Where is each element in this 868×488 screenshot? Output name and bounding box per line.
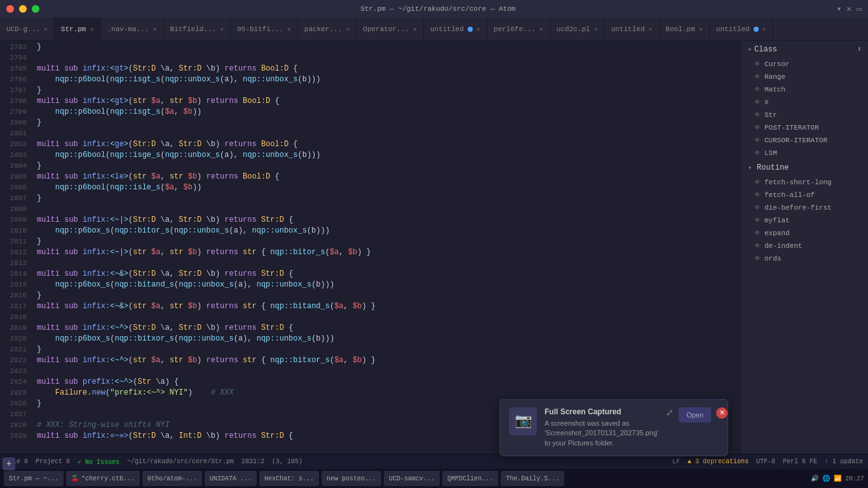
code-line: multi sub infix:<~^>(Str:D \a, Str:D \b)… (37, 323, 741, 334)
tab-ucd-g[interactable]: UCD-g... ✕ (0, 18, 55, 41)
code-line: multi sub infix:<~|>(Str:D \a, Str:D \b)… (37, 215, 741, 226)
taskbar-item-atom[interactable]: 0tho/atom-... (142, 471, 202, 486)
code-line: multi sub infix:<gt>(str $a, str $b) ret… (37, 96, 741, 107)
panel-item-label: fetch-short-long (764, 179, 832, 186)
panel-item-ords[interactable]: 👁 ords (742, 252, 868, 265)
title-bar: Str.pm — ~/git/rakudo/src/core — Atom ▾ … (0, 0, 868, 18)
updates-badge[interactable]: ↑ 1 update (825, 458, 863, 465)
chevron-down-icon[interactable]: ▾ (837, 4, 842, 14)
panel-item-lsm[interactable]: 👁 LSM (742, 147, 868, 159)
panel-item-cursor-iterator[interactable]: 👁 CURSOR-ITERATOR (742, 134, 868, 147)
taskbar-item-label: The.Daily.S... (506, 475, 559, 482)
tab-close-icon[interactable]: ✕ (153, 25, 157, 33)
routine-section-header[interactable]: ▾ Routine (742, 159, 868, 176)
tab-close-icon[interactable]: ✕ (594, 25, 598, 33)
status-right: LF ▲ 3 deprecations UTF-8 Perl 6 FE ↑ 1 … (672, 458, 863, 465)
taskbar-item-ucd-samcv[interactable]: UCD-samcv... (384, 471, 440, 486)
panel-item-myflat[interactable]: 👁 myflat (742, 214, 868, 227)
panel-item-label: de-indent (764, 242, 802, 250)
tab-label: ucd2c.pl (557, 25, 590, 33)
panel-item-fetch-short-long[interactable]: 👁 fetch-short-long (742, 176, 868, 189)
code-content[interactable]: } multi sub infix:<gt>(Str:D \a, Str:D \… (32, 41, 741, 454)
toast-icon: 📷 (509, 407, 537, 435)
encoding[interactable]: UTF-8 (756, 458, 775, 465)
close-icon[interactable]: ✕ (846, 4, 851, 14)
code-line: multi sub infix:<~^>(str $a, str $b) ret… (37, 355, 741, 366)
tab-close-icon[interactable]: ✕ (699, 25, 703, 33)
minimize-window-button[interactable] (19, 5, 27, 13)
eye-icon: 👁 (754, 149, 761, 157)
tab-close-icon[interactable]: ✕ (763, 25, 766, 33)
panel-item-range[interactable]: 👁 Range (742, 71, 868, 83)
panel-item-post-iterator[interactable]: 👁 POST-ITERATOR (742, 121, 868, 134)
close-window-button[interactable] (6, 5, 14, 13)
toast-resize-icon[interactable]: ⤢ (666, 407, 674, 418)
eye-icon: 👁 (754, 179, 761, 186)
tab-label: untitled (716, 25, 750, 33)
taskbar-item-hexchat[interactable]: HexChat: s... (259, 471, 319, 486)
taskbar-item-label: *cherry.ctb... (81, 475, 135, 482)
tab-05bitfi[interactable]: 05-bitfi... ✕ (231, 18, 298, 41)
line-ending[interactable]: LF (672, 458, 680, 465)
tab-operator[interactable]: Operator... ✕ (356, 18, 424, 41)
panel-item-str[interactable]: 👁 Str (742, 109, 868, 121)
tab-close-icon[interactable]: ✕ (477, 25, 480, 33)
taskbar-item-cherry[interactable]: 🍒 *cherry.ctb... (66, 471, 140, 486)
tab-str-pm[interactable]: Str.pm ✕ (55, 18, 101, 41)
title-bar-controls (6, 5, 39, 13)
tab-nav-ma[interactable]: .nav-ma... ✕ (100, 18, 163, 41)
panel-item-de-indent[interactable]: 👁 de-indent (742, 240, 868, 252)
tab-close-icon[interactable]: ✕ (346, 25, 349, 33)
code-line (37, 53, 741, 64)
eye-icon: 👁 (754, 191, 761, 199)
cursor-position[interactable]: 2831:2 (241, 458, 264, 465)
panel-item-expand[interactable]: 👁 expand (742, 227, 868, 240)
taskbar-item-label: UCD-samcv... (389, 475, 435, 482)
tab-packer[interactable]: packer... ✕ (298, 18, 356, 41)
tab-bool-pm[interactable]: Bool.pm ✕ (660, 18, 710, 41)
taskbar-item-str-pm[interactable]: Str.pm — ~... (4, 471, 64, 486)
taskbar-item-label: HexChat: s... (264, 475, 314, 482)
taskbar-item-posteo[interactable]: new posteo... (322, 471, 381, 486)
toast-notification: 📷 Full Screen Captured A screenshot was … (499, 399, 728, 456)
panel-item-die-before-first[interactable]: 👁 die-before-first (742, 201, 868, 214)
tab-bar: UCD-g... ✕ Str.pm ✕ .nav-ma... ✕ Bitfiel… (0, 18, 868, 41)
taskbar: Str.pm — ~... 🍒 *cherry.ctb... 0tho/atom… (0, 469, 868, 488)
maximize-window-button[interactable] (32, 5, 39, 13)
tab-ucd2c[interactable]: ucd2c.pl ✕ (550, 18, 605, 41)
restore-icon[interactable]: ▭ (857, 4, 862, 14)
toast-close-button[interactable]: ✕ (716, 407, 728, 419)
tab-untitled3[interactable]: untitled ✕ (710, 18, 773, 41)
tab-label: Operator... (363, 25, 409, 33)
panel-item-label: fetch-all-of (764, 191, 815, 199)
taskbar-item-qmpd[interactable]: QMPDClien... (442, 471, 498, 486)
deprecations-warning[interactable]: ▲ 3 deprecations (688, 458, 749, 465)
tab-close-icon[interactable]: ✕ (649, 25, 653, 33)
tab-untitled2[interactable]: untitled ✕ (605, 18, 660, 41)
toast-open-button[interactable]: Open (679, 407, 711, 423)
taskbar-item-unidata[interactable]: UNIDATA ... (205, 471, 257, 486)
editor[interactable]: 2793 2794 2795 2796 2797 2798 2799 2800 … (0, 41, 741, 454)
tab-close-icon[interactable]: ✕ (413, 25, 417, 33)
panel-item-x[interactable]: 👁 X (742, 96, 868, 109)
panel-item-match[interactable]: 👁 Match (742, 83, 868, 96)
tab-untitled1[interactable]: untitled ✕ (424, 18, 487, 41)
taskbar-item-daily[interactable]: The.Daily.S... (501, 471, 564, 486)
panel-item-cursor[interactable]: 👁 Cursor (742, 58, 868, 71)
tab-perl6fe[interactable]: perl6fe... ✕ (487, 18, 550, 41)
tab-bitfield[interactable]: Bitfield... ✕ (164, 18, 231, 41)
tab-close-icon[interactable]: ✕ (44, 25, 48, 33)
code-line: } (37, 161, 741, 172)
title-bar-right: ▾ ✕ ▭ (837, 4, 862, 14)
main-area: 2793 2794 2795 2796 2797 2798 2799 2800 … (0, 41, 868, 454)
project-index[interactable]: Project 0 (36, 458, 70, 465)
syntax-highlight[interactable]: Perl 6 FE (783, 458, 817, 465)
tab-close-icon[interactable]: ✕ (287, 25, 291, 33)
class-section-header[interactable]: ▾ Class ⬇ (742, 41, 868, 58)
panel-item-fetch-all-of[interactable]: 👁 fetch-all-of (742, 189, 868, 201)
tab-close-icon[interactable]: ✕ (220, 25, 224, 33)
tab-close-icon[interactable]: ✕ (90, 25, 93, 33)
tab-close-icon[interactable]: ✕ (539, 25, 543, 33)
no-issues[interactable]: ✓ No Issues (78, 458, 119, 466)
eye-icon: 👁 (754, 255, 761, 262)
